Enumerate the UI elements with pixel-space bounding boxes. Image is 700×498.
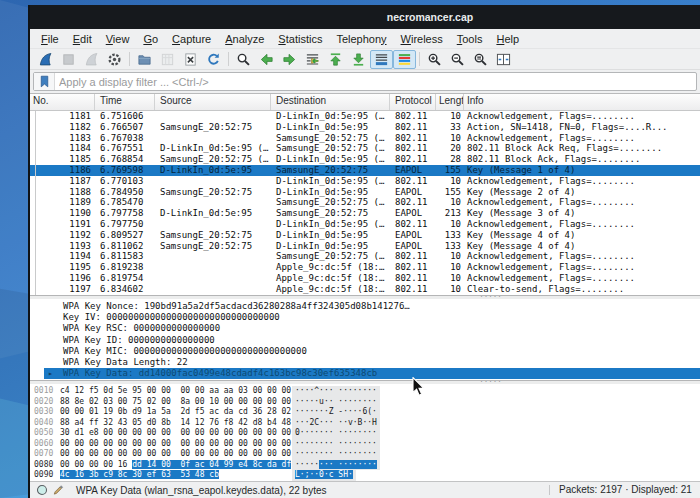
- column-header-time[interactable]: Time: [95, 94, 155, 110]
- hex-ascii[interactable]: ·······Z -····6(·: [292, 407, 380, 418]
- packet-row-1187[interactable]: 11876.770103D-LinkIn_0d:5e:95 (…802.1110…: [30, 176, 700, 187]
- packet-row-1185[interactable]: 11856.768854SamsungE_20:52:75 (…D-LinkIn…: [30, 154, 700, 165]
- packet-row-1184[interactable]: 11846.767551D-LinkIn_0d:5e:95 (…SamsungE…: [30, 143, 700, 154]
- hex-bytes[interactable]: 30 d1 e8 00 00 00 00 00 00 00 00 00 00 0…: [60, 428, 292, 439]
- reload-button[interactable]: [202, 50, 225, 69]
- hex-bytes[interactable]: c4 12 f5 0d 5e 95 00 00 00 00 aa aa 03 0…: [60, 386, 292, 397]
- packet-row-1181[interactable]: 11816.751606D-LinkIn_0d:5e:95 (…802.1110…: [30, 111, 700, 122]
- hex-bytes[interactable]: 00 00 00 00 16 dd 14 00 0f ac 04 99 e4 8…: [60, 460, 292, 471]
- hex-bytes[interactable]: 88 a4 ff 32 43 05 d0 8b 14 12 76 f8 42 d…: [60, 418, 292, 429]
- capture-options-button[interactable]: [103, 50, 126, 69]
- find-packet-button[interactable]: [232, 50, 255, 69]
- detail-field-5[interactable]: WPA Key Data Length: 22: [44, 357, 700, 368]
- auto-scroll-button[interactable]: [370, 50, 393, 69]
- column-header-no[interactable]: No.: [30, 94, 95, 110]
- go-first-button[interactable]: [324, 50, 347, 69]
- splitter-handle[interactable]: ·····: [480, 293, 503, 299]
- menu-edit[interactable]: Edit: [66, 33, 99, 45]
- hex-bytes[interactable]: 00 00 00 00 00 00 00 00 00 00 00 00 00 0…: [60, 439, 292, 450]
- display-filter-field[interactable]: [33, 72, 697, 91]
- display-filter-input[interactable]: [55, 76, 696, 88]
- packet-row-1190[interactable]: 11906.797758D-LinkIn_0d:5e:95SamsungE_20…: [30, 208, 700, 219]
- go-back-button[interactable]: [255, 50, 278, 69]
- detail-field-1[interactable]: Key IV: 00000000000000000000000000000000: [44, 312, 700, 323]
- packet-row-1195[interactable]: 11956.819238Apple_9c:dc:5f (18:…802.1110…: [30, 262, 700, 273]
- close-file-button[interactable]: [179, 50, 202, 69]
- menu-view[interactable]: View: [99, 33, 137, 45]
- packet-row-1191[interactable]: 11916.797750D-LinkIn_0d:5e:95 (…802.1110…: [30, 219, 700, 230]
- go-last-button[interactable]: [347, 50, 370, 69]
- menu-statistics[interactable]: Statistics: [271, 33, 329, 45]
- hex-row-0040[interactable]: 004088 a4 ff 32 43 05 d0 8b 14 12 76 f8 …: [34, 418, 700, 429]
- packet-row-1197[interactable]: 11976.834602Apple_9c:dc:5f (18:…802.1110…: [30, 284, 700, 295]
- menu-capture[interactable]: Capture: [165, 33, 218, 45]
- hex-ascii[interactable]: ········ ········: [292, 460, 380, 471]
- packet-row-1183[interactable]: 11836.767038SamsungE_20:52:75 (…802.1110…: [30, 133, 700, 144]
- detail-field-0[interactable]: WPA Key Nonce: 190bd91a5a2df5acdacd36280…: [44, 301, 700, 312]
- go-to-packet-button[interactable]: [301, 50, 324, 69]
- column-header-source[interactable]: Source: [155, 94, 271, 110]
- hex-bytes[interactable]: 00 00 00 00 00 00 00 00 00 00 00 00 00 0…: [60, 449, 292, 460]
- packet-row-1193[interactable]: 11936.811062SamsungE_20:52:75D-LinkIn_0d…: [30, 241, 700, 252]
- packet-row-1192[interactable]: 11926.809527SamsungE_20:52:75D-LinkIn_0d…: [30, 230, 700, 241]
- detail-field-4[interactable]: WPA Key MIC: 000000000000000000000000000…: [44, 346, 700, 357]
- hex-ascii[interactable]: ···2C··· ··v·B··H: [292, 418, 380, 429]
- hex-row-0070[interactable]: 007000 00 00 00 00 00 00 00 00 00 00 00 …: [34, 449, 700, 460]
- menu-help[interactable]: Help: [489, 33, 526, 45]
- zoom-reset-button[interactable]: [469, 50, 492, 69]
- column-header-destination[interactable]: Destination: [271, 94, 390, 110]
- hex-ascii[interactable]: ········ ········: [292, 449, 380, 460]
- stop-capture-button[interactable]: [57, 50, 80, 69]
- hex-ascii[interactable]: ········ ········: [292, 439, 380, 450]
- menu-telephony[interactable]: Telephony: [329, 33, 393, 45]
- hex-ascii[interactable]: L·;··0·c SH·: [292, 470, 356, 481]
- open-file-button[interactable]: [133, 50, 156, 69]
- resize-columns-button[interactable]: [492, 50, 515, 69]
- hex-ascii[interactable]: 0······· ········: [292, 428, 380, 439]
- expert-info-button[interactable]: [34, 484, 50, 496]
- hex-bytes[interactable]: 00 00 01 19 0b d9 1a 5a 2d f5 ac da cd 3…: [60, 407, 292, 418]
- start-capture-button[interactable]: [34, 50, 57, 69]
- zoom-out-button[interactable]: [446, 50, 469, 69]
- splitter-handle[interactable]: ·····: [480, 378, 503, 384]
- filter-bookmark-button[interactable]: [34, 73, 55, 90]
- hex-row-0060[interactable]: 006000 00 00 00 00 00 00 00 00 00 00 00 …: [34, 439, 700, 450]
- go-forward-button[interactable]: [278, 50, 301, 69]
- capture-comment-button[interactable]: [50, 484, 66, 496]
- packet-row-1189[interactable]: 11896.785470SamsungE_20:52:75 (…802.1110…: [30, 197, 700, 208]
- hex-ascii[interactable]: ····^··· ········: [292, 386, 380, 397]
- hex-bytes[interactable]: 4c 16 3b c9 8c 30 ef 63 53 48 cb: [60, 470, 292, 481]
- menu-tools[interactable]: Tools: [450, 33, 490, 45]
- detail-field-6[interactable]: ▸WPA Key Data: dd14000fac0499e48cdadf4c1…: [44, 368, 700, 379]
- hex-row-0090[interactable]: 00904c 16 3b c9 8c 30 ef 63 53 48 cbL·;·…: [34, 470, 700, 481]
- menu-go[interactable]: Go: [136, 33, 165, 45]
- cell-time: 6.769598: [95, 165, 155, 176]
- hex-row-0050[interactable]: 005030 d1 e8 00 00 00 00 00 00 00 00 00 …: [34, 428, 700, 439]
- pane-splitter-top[interactable]: ·····: [30, 295, 700, 299]
- column-header-info[interactable]: Info: [464, 94, 700, 110]
- colorize-button[interactable]: [393, 50, 416, 69]
- zoom-in-button[interactable]: [423, 50, 446, 69]
- hex-row-0020[interactable]: 002088 8e 02 03 00 75 02 00 8a 00 10 00 …: [34, 397, 700, 408]
- menu-file[interactable]: File: [34, 33, 66, 45]
- restart-capture-button[interactable]: [80, 50, 103, 69]
- column-header-length[interactable]: Length: [436, 94, 464, 110]
- packet-row-1182[interactable]: 11826.766507SamsungE_20:52:75D-LinkIn_0d…: [30, 122, 700, 133]
- menu-wireless[interactable]: Wireless: [394, 33, 450, 45]
- hex-row-0030[interactable]: 003000 00 01 19 0b d9 1a 5a 2d f5 ac da …: [34, 407, 700, 418]
- menu-analyze[interactable]: Analyze: [218, 33, 271, 45]
- packet-row-1186[interactable]: 11866.769598D-LinkIn_0d:5e:95SamsungE_20…: [30, 165, 700, 176]
- hex-row-0010[interactable]: 0010c4 12 f5 0d 5e 95 00 00 00 00 aa aa …: [34, 386, 700, 397]
- hex-row-0080[interactable]: 008000 00 00 00 16 dd 14 00 0f ac 04 99 …: [34, 460, 700, 471]
- expand-arrow-icon[interactable]: ▸: [48, 368, 53, 379]
- save-file-button[interactable]: [156, 50, 179, 69]
- hex-ascii[interactable]: ·····u·· ········: [292, 397, 380, 408]
- packet-row-1194[interactable]: 11946.811583SamsungE_20:52:75 (…802.1110…: [30, 251, 700, 262]
- detail-field-3[interactable]: WPA Key ID: 0000000000000000: [44, 335, 700, 346]
- hex-bytes[interactable]: 88 8e 02 03 00 75 02 00 8a 00 10 00 00 0…: [60, 397, 292, 408]
- packet-row-1196[interactable]: 11966.819754Apple_9c:dc:5f (18:…802.1110…: [30, 273, 700, 284]
- pane-splitter-bottom[interactable]: ·····: [30, 380, 700, 384]
- detail-field-2[interactable]: WPA Key RSC: 0000000000000000: [44, 323, 700, 334]
- packet-row-1188[interactable]: 11886.784950SamsungE_20:52:75D-LinkIn_0d…: [30, 187, 700, 198]
- column-header-protocol[interactable]: Protocol: [390, 94, 436, 110]
